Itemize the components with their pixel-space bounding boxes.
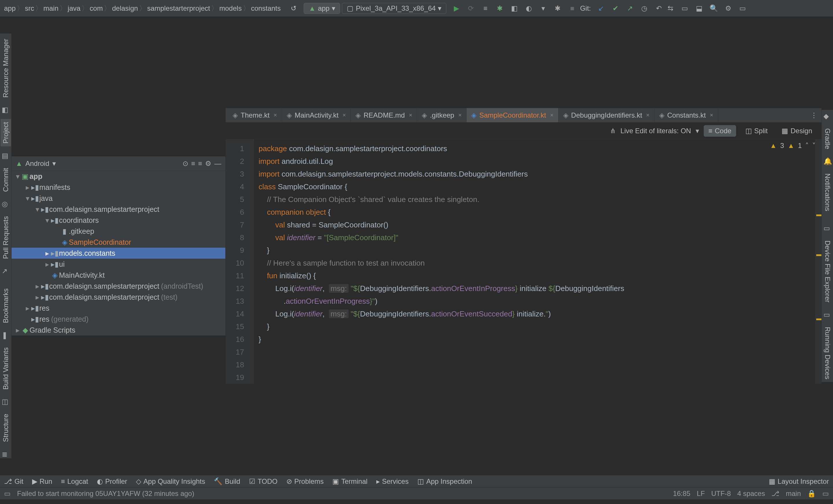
warning-marker[interactable] (816, 215, 822, 216)
project-icon[interactable]: ▤ (2, 152, 10, 160)
stripe-build-variants[interactable]: Build Variants (1, 345, 11, 393)
pull-requests-icon[interactable]: ↗ (2, 267, 10, 275)
device-manager-icon[interactable]: ▭ (681, 5, 689, 12)
tree-arrow-icon[interactable]: ▸ (34, 293, 41, 301)
stripe-gradle[interactable]: Gradle (822, 125, 833, 152)
editor-tab[interactable]: ◈Theme.kt× (228, 108, 282, 122)
bottom-tool-todo[interactable]: ☑TODO (249, 477, 278, 485)
bookmarks-icon[interactable]: ❚ (2, 331, 10, 339)
push-icon[interactable]: ↗ (626, 5, 634, 12)
stripe-pull-requests[interactable]: Pull Requests (1, 213, 11, 262)
breadcrumb-item[interactable]: app (3, 4, 17, 12)
event-log-icon[interactable]: ▭ (4, 489, 11, 498)
tree-arrow-icon[interactable]: ▾ (15, 172, 21, 181)
notifications-icon[interactable]: 🔔 (824, 157, 832, 165)
stripe-bookmarks[interactable]: Bookmarks (1, 285, 11, 326)
caret-position[interactable]: 16:85 (673, 489, 690, 498)
live-edit-icon[interactable]: ⋔ (610, 127, 616, 135)
close-icon[interactable]: × (550, 112, 554, 119)
fold-column[interactable] (248, 139, 254, 384)
code-with-me-icon[interactable]: ⇆ (667, 5, 674, 12)
bottom-tool-layout-inspector[interactable]: ▦Layout Inspector (769, 477, 829, 485)
stripe-structure[interactable]: Structure (1, 411, 11, 445)
attach-icon[interactable]: ▾ (540, 5, 547, 12)
bottom-tool-logcat[interactable]: ≡Logcat (61, 477, 88, 485)
editor-tab[interactable]: ◈DebuggingIdentifiers.kt× (558, 108, 654, 122)
bottom-tool-app-quality-insights[interactable]: ◇App Quality Insights (136, 477, 205, 485)
mode-code[interactable]: ≡ Code (704, 125, 736, 137)
code-content[interactable]: package com.delasign.samplestarterprojec… (254, 139, 815, 384)
bottom-tool-git[interactable]: ⎇Git (4, 477, 23, 485)
tree-row[interactable]: ▸▸▮models.constants (11, 248, 225, 259)
run-config-dropdown[interactable]: ▲ app ▾ (304, 3, 340, 14)
debug-config-icon[interactable]: ≡ (481, 5, 489, 12)
editor-tab[interactable]: ◈SampleCoordinator.kt× (467, 108, 558, 122)
editor-body[interactable]: 12345678910111213141516171819 package co… (225, 139, 822, 384)
tree-row[interactable]: ▸▸▮res (11, 303, 225, 313)
project-view-label[interactable]: Android (25, 159, 49, 168)
settings-icon[interactable]: ⚙ (205, 159, 211, 168)
breadcrumb-item[interactable]: java (67, 4, 81, 12)
more-run-icon[interactable]: ✱ (554, 5, 562, 12)
expand-all-icon[interactable]: ≡ (191, 159, 195, 168)
mode-split[interactable]: ◫ Split (741, 125, 772, 137)
project-tree[interactable]: ▾▣app▸▸▮manifests▾▸▮java▾▸▮com.delasign.… (11, 171, 225, 335)
bottom-tool-app-inspection[interactable]: ◫App Inspection (418, 477, 472, 485)
editor-tab[interactable]: ◈Constants.kt× (654, 108, 718, 122)
breadcrumb-item[interactable]: delasign (111, 4, 139, 12)
commit-icon[interactable]: ✔ (612, 5, 619, 12)
mode-design[interactable]: ▦ Design (777, 125, 817, 137)
resource-manager-icon[interactable]: ◧ (2, 106, 10, 114)
indent[interactable]: 4 spaces (737, 489, 765, 498)
prev-highlight-icon[interactable]: ˄ (805, 142, 809, 150)
breadcrumb-item[interactable]: samplestarterproject (146, 4, 211, 12)
tree-row[interactable]: ▸▸▮com.delasign.samplestarterproject(tes… (11, 292, 225, 303)
device-explorer-icon[interactable]: ▭ (824, 224, 832, 232)
tree-arrow-icon[interactable]: ▸ (44, 249, 50, 257)
tab-menu-icon[interactable]: ⋮ (806, 108, 822, 122)
close-icon[interactable]: × (646, 112, 650, 119)
editor-tab[interactable]: ◈MainActivity.kt× (282, 108, 351, 122)
update-project-icon[interactable]: ↙ (597, 5, 605, 12)
tree-row[interactable]: ◈MainActivity.kt (11, 270, 225, 281)
tree-arrow-icon[interactable]: ▾ (24, 194, 31, 203)
close-icon[interactable]: × (342, 112, 346, 119)
warning-marker[interactable] (816, 319, 822, 320)
chevron-down-icon[interactable]: ▾ (52, 159, 56, 168)
stripe-notifications[interactable]: Notifications (822, 171, 833, 214)
editor-tab[interactable]: ◈.gitkeep× (417, 108, 467, 122)
tree-arrow-icon[interactable]: ▾ (44, 216, 50, 225)
stripe-device-file-explorer[interactable]: Device File Explorer (822, 237, 833, 305)
close-icon[interactable]: × (273, 112, 277, 119)
commit-icon[interactable]: ◎ (2, 200, 10, 208)
live-edit-label[interactable]: Live Edit of literals: ON (620, 127, 691, 135)
tree-arrow-icon[interactable]: ▸ (44, 260, 50, 269)
device-dropdown[interactable]: ▢ Pixel_3a_API_33_x86_64 ▾ (342, 3, 446, 14)
tree-row[interactable]: ▸▸▮manifests (11, 182, 225, 193)
gradle-icon[interactable]: ◆ (824, 112, 832, 120)
close-icon[interactable]: × (409, 112, 412, 119)
run-icon[interactable]: ▶ (453, 5, 460, 12)
close-icon[interactable]: × (458, 112, 461, 119)
search-everywhere-icon[interactable]: 🔍 (710, 5, 718, 12)
select-opened-icon[interactable]: ⊙ (183, 159, 188, 168)
bottom-tool-run[interactable]: ▶Run (32, 477, 52, 485)
tree-arrow-icon[interactable]: ▸ (34, 282, 41, 291)
line-separator[interactable]: LF (697, 489, 705, 498)
branch-icon[interactable]: ⎇ (771, 489, 780, 498)
memory-icon[interactable]: ▭ (822, 489, 829, 498)
settings-icon[interactable]: ⚙ (724, 5, 732, 12)
history-icon[interactable]: ◷ (641, 5, 648, 12)
bottom-tool-terminal[interactable]: ▣Terminal (332, 477, 367, 485)
tree-row[interactable]: ▮.gitkeep (11, 226, 225, 237)
tree-arrow-icon[interactable]: ▾ (34, 205, 41, 213)
error-stripe[interactable] (815, 139, 822, 384)
rollback-icon[interactable]: ↶ (655, 5, 663, 12)
tree-arrow-icon[interactable]: ▸ (24, 183, 31, 192)
breadcrumb-item[interactable]: main (42, 4, 60, 12)
tree-row[interactable]: ▾▸▮coordinators (11, 215, 225, 226)
breadcrumb-item[interactable]: src (24, 4, 35, 12)
chevron-down-icon[interactable]: ▾ (696, 127, 699, 135)
debug-icon[interactable]: ✱ (496, 5, 504, 12)
tree-row[interactable]: ▾▸▮com.delasign.samplestarterproject (11, 204, 225, 215)
